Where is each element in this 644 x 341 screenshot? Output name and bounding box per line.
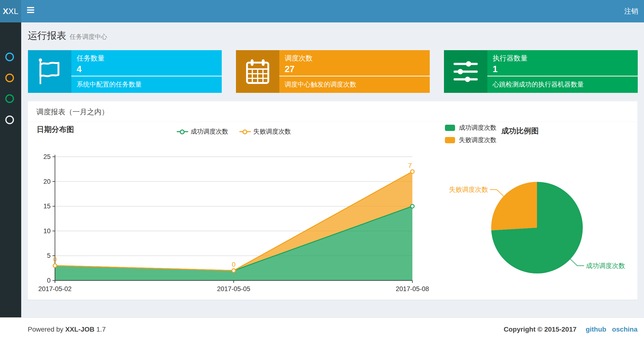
sidebar-item-executor-icon[interactable] — [5, 116, 14, 124]
logout-link[interactable]: 注销 — [624, 0, 638, 23]
page-footer: Powered by XXL-JOB 1.7 Copyright © 2015-… — [0, 317, 644, 341]
panel-title: 调度报表（一月之内） — [36, 107, 109, 117]
info-box-body: 任务数量 4 系统中配置的任务数量 — [71, 50, 222, 93]
legend-line-marker — [239, 129, 251, 134]
info-box-executors: 执行器数量 1 心跳检测成功的执行器机器数量 — [444, 50, 638, 93]
line-chart-legend: 成功调度次数 失败调度次数 — [177, 127, 291, 136]
copyright: Copyright © 2015-2017 github oschina — [504, 317, 638, 341]
calendar-icon — [236, 50, 279, 93]
info-box-label: 执行器数量 — [493, 54, 528, 63]
info-box-jobs: 任务数量 4 系统中配置的任务数量 — [28, 50, 222, 93]
info-box-value: 1 — [493, 64, 498, 74]
divider — [487, 76, 638, 77]
info-box-desc: 心跳检测成功的执行器机器数量 — [493, 80, 584, 89]
flag-icon — [28, 50, 71, 93]
info-box-desc: 系统中配置的任务数量 — [77, 80, 142, 89]
pie-chart-title: 成功比例图 — [501, 126, 539, 136]
legend-label: 成功调度次数 — [191, 127, 228, 136]
sidebar-item-job-log-icon[interactable] — [5, 94, 14, 103]
sidebar-item-job-manage-icon[interactable] — [5, 74, 14, 82]
legend-swatch — [445, 137, 455, 143]
info-box-body: 调度次数 27 调度中心触发的调度次数 — [279, 50, 430, 93]
divider — [279, 76, 430, 77]
sidebar-item-run-report-icon[interactable] — [5, 53, 14, 61]
info-box-label: 调度次数 — [285, 54, 312, 63]
divider — [28, 122, 638, 122]
logo-rest: XL — [8, 7, 18, 16]
product-name: XXL-JOB — [65, 325, 94, 333]
info-box-label: 任务数量 — [77, 54, 104, 63]
oschina-link[interactable]: oschina — [612, 325, 638, 333]
sliders-icon — [444, 50, 487, 93]
info-box-body: 执行器数量 1 心跳检测成功的执行器机器数量 — [487, 50, 638, 93]
copyright-text: Copyright © 2015-2017 — [504, 325, 576, 333]
logo-bold: X — [3, 7, 8, 16]
info-box-triggers: 调度次数 27 调度中心触发的调度次数 — [236, 50, 430, 93]
info-box-desc: 调度中心触发的调度次数 — [285, 80, 356, 89]
legend-label: 失败调度次数 — [459, 136, 496, 144]
top-navbar: XXL 注销 — [0, 0, 644, 23]
pie-chart-legend: 成功调度次数 失败调度次数 — [445, 124, 496, 148]
sidebar-toggle-icon[interactable] — [27, 7, 35, 16]
info-box-value: 27 — [285, 64, 294, 74]
legend-label: 失败调度次数 — [253, 127, 291, 136]
legend-item-fail[interactable]: 失败调度次数 — [445, 136, 496, 144]
info-box-value: 4 — [77, 64, 82, 74]
legend-swatch — [445, 125, 455, 131]
product-version: 1.7 — [96, 325, 106, 333]
page-title: 运行报表 — [28, 30, 66, 41]
page-header: 运行报表任务调度中心 — [28, 29, 107, 42]
powered-by: Powered by XXL-JOB 1.7 — [28, 317, 106, 341]
legend-label: 成功调度次数 — [459, 124, 496, 132]
legend-line-marker — [177, 129, 188, 134]
legend-item-success[interactable]: 成功调度次数 — [177, 127, 228, 136]
legend-item-success[interactable]: 成功调度次数 — [445, 124, 496, 132]
report-panel: 调度报表（一月之内） 日期分布图 成功调度次数 失败调度次数 成功调度次数 失败… — [28, 101, 638, 300]
left-sidebar — [0, 23, 21, 341]
page-subtitle: 任务调度中心 — [70, 33, 107, 40]
divider — [71, 76, 222, 77]
line-chart-title: 日期分布图 — [37, 124, 74, 135]
powered-by-text: Powered by — [28, 325, 64, 333]
legend-item-fail[interactable]: 失败调度次数 — [239, 127, 291, 136]
app-logo[interactable]: XXL — [0, 0, 21, 23]
github-link[interactable]: github — [586, 325, 606, 333]
